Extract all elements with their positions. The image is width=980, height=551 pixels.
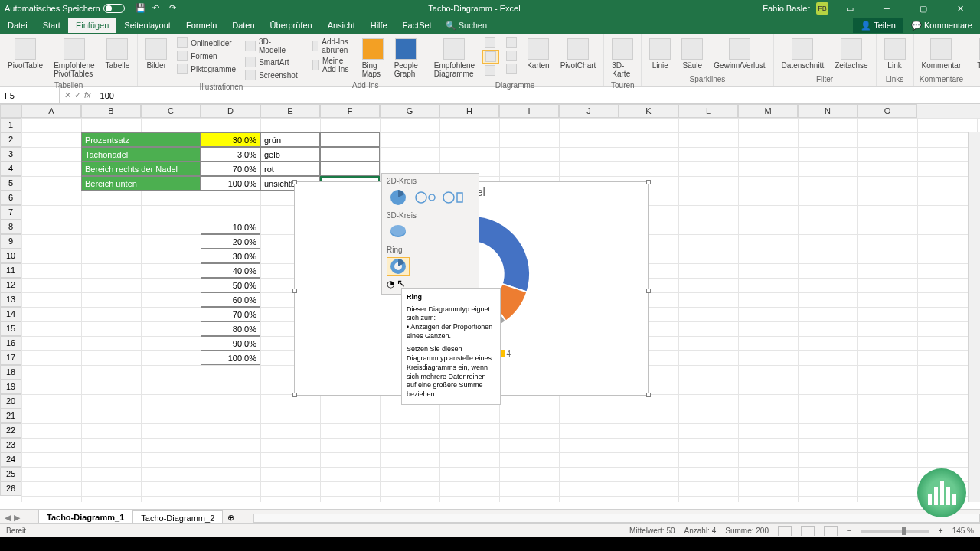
tab-file[interactable]: Datei (0, 18, 35, 33)
cell[interactable]: 70,0% (201, 161, 260, 176)
row-header-2[interactable]: 2 (0, 132, 21, 147)
cell[interactable]: 60,0% (201, 292, 260, 307)
tab-pagelayout[interactable]: Seitenlayout (116, 18, 178, 33)
pie-2d-option[interactable] (387, 188, 410, 207)
pie-chart-button[interactable] (482, 50, 499, 64)
vertical-scrollbar[interactable] (968, 132, 980, 502)
smartart-button[interactable]: SmartArt (243, 56, 300, 68)
online-pictures-button[interactable]: Onlinebilder (175, 37, 238, 49)
cell[interactable]: Bereich rechts der Nadel (81, 161, 201, 176)
redo-icon[interactable]: ↷ (169, 3, 180, 14)
normal-view-button[interactable] (778, 526, 792, 536)
user-badge[interactable]: FB (816, 2, 828, 15)
pictures-button[interactable]: Bilder (142, 37, 170, 71)
undo-icon[interactable]: ↶ (152, 3, 163, 14)
sparkline-line-button[interactable]: Linie (646, 37, 674, 71)
more-pie-charts-icon[interactable]: ◔ (387, 279, 394, 289)
tab-view[interactable]: Ansicht (320, 18, 363, 33)
row-header-6[interactable]: 6 (0, 191, 21, 205)
cell[interactable] (320, 147, 380, 161)
tab-help[interactable]: Hilfe (363, 18, 395, 33)
column-header-G[interactable]: G (380, 104, 439, 118)
enter-icon[interactable]: ✓ (74, 90, 81, 100)
cell[interactable] (320, 132, 380, 147)
close-icon[interactable]: ✕ (945, 0, 975, 17)
fx-icon[interactable]: fx (84, 90, 91, 100)
bar-chart-button[interactable] (504, 37, 519, 49)
column-header-O[interactable]: O (858, 104, 917, 118)
column-header-D[interactable]: D (201, 104, 260, 118)
row-header-21[interactable]: 21 (0, 409, 21, 423)
pivotchart-button[interactable]: PivotChart (557, 37, 599, 71)
row-header-20[interactable]: 20 (0, 394, 21, 409)
row-header-25[interactable]: 25 (0, 467, 21, 481)
row-header-24[interactable]: 24 (0, 452, 21, 467)
page-layout-view-button[interactable] (801, 526, 815, 536)
3dmap-button[interactable]: 3D-Karte (609, 37, 636, 80)
tab-review[interactable]: Überprüfen (263, 18, 320, 33)
maximize-icon[interactable]: ▢ (908, 0, 939, 17)
column-header-H[interactable]: H (439, 104, 499, 118)
row-header-19[interactable]: 19 (0, 380, 21, 394)
row-header-4[interactable]: 4 (0, 161, 21, 176)
tab-factset[interactable]: FactSet (395, 18, 439, 33)
zoom-slider[interactable] (861, 530, 929, 533)
row-header-15[interactable]: 15 (0, 321, 21, 336)
zoom-in-icon[interactable]: + (939, 527, 943, 535)
cell[interactable]: 40,0% (201, 263, 260, 278)
people-graph-button[interactable]: People Graph (391, 37, 421, 80)
select-all-corner[interactable] (0, 104, 21, 118)
user-name[interactable]: Fabio Basler (763, 4, 810, 13)
cell[interactable]: 100,0% (201, 176, 260, 191)
name-box[interactable]: F5 (0, 87, 60, 103)
area-chart-button[interactable] (504, 50, 519, 62)
horizontal-scrollbar[interactable] (253, 514, 980, 523)
cancel-icon[interactable]: ✕ (64, 90, 71, 100)
row-header-22[interactable]: 22 (0, 423, 21, 438)
doughnut-option[interactable] (387, 257, 410, 276)
row-header-16[interactable]: 16 (0, 336, 21, 350)
column-header-N[interactable]: N (798, 104, 858, 118)
row-header-14[interactable]: 14 (0, 307, 21, 321)
row-header-7[interactable]: 7 (0, 205, 21, 220)
column-header-I[interactable]: I (499, 104, 559, 118)
row-header-11[interactable]: 11 (0, 263, 21, 278)
row-header-5[interactable]: 5 (0, 176, 21, 191)
timeline-button[interactable]: Zeitachse (831, 37, 871, 71)
cell[interactable]: 30,0% (201, 249, 260, 263)
new-sheet-button[interactable]: ⊕ (223, 513, 238, 523)
column-header-A[interactable]: A (21, 104, 81, 118)
share-button[interactable]: 👤 Teilen (853, 18, 903, 33)
cell[interactable]: Bereich unten (81, 176, 201, 191)
zoom-level[interactable]: 145 % (952, 527, 974, 535)
cell[interactable]: gelb (260, 147, 320, 161)
get-addins-button[interactable]: Add-Ins abrufen (310, 37, 354, 55)
recommended-charts-button[interactable]: Empfohlene Diagramme (431, 37, 478, 80)
cell[interactable]: 80,0% (201, 321, 260, 336)
cell[interactable]: 100,0% (201, 350, 260, 365)
row-header-12[interactable]: 12 (0, 278, 21, 292)
my-addins-button[interactable]: Meine Add-Ins (310, 56, 354, 74)
textbox-button[interactable]: Textfeld (974, 37, 980, 71)
cell[interactable]: 3,0% (201, 147, 260, 161)
table-button[interactable]: Tabelle (103, 37, 133, 71)
icons-button[interactable]: Piktogramme (175, 63, 238, 75)
comment-button[interactable]: Kommentar (919, 37, 965, 71)
comments-button[interactable]: 💬 Kommentare (903, 18, 980, 33)
minimize-icon[interactable]: ─ (871, 0, 902, 17)
cell[interactable] (320, 161, 380, 176)
cell[interactable]: grün (260, 132, 320, 147)
pivottable-button[interactable]: PivotTable (5, 37, 46, 71)
cell[interactable]: Prozentsatz (81, 132, 201, 147)
column-header-J[interactable]: J (559, 104, 619, 118)
zoom-out-icon[interactable]: − (847, 527, 851, 535)
slicer-button[interactable]: Datenschnitt (779, 37, 828, 71)
save-icon[interactable]: 💾 (136, 3, 146, 14)
row-header-18[interactable]: 18 (0, 365, 21, 380)
row-header-3[interactable]: 3 (0, 147, 21, 161)
bar-of-pie-option[interactable] (442, 188, 465, 207)
column-headers[interactable]: ABCDEFGHIJKLMNO (0, 104, 980, 118)
cell[interactable]: 20,0% (201, 234, 260, 249)
cell[interactable]: 70,0% (201, 307, 260, 321)
column-header-C[interactable]: C (141, 104, 201, 118)
